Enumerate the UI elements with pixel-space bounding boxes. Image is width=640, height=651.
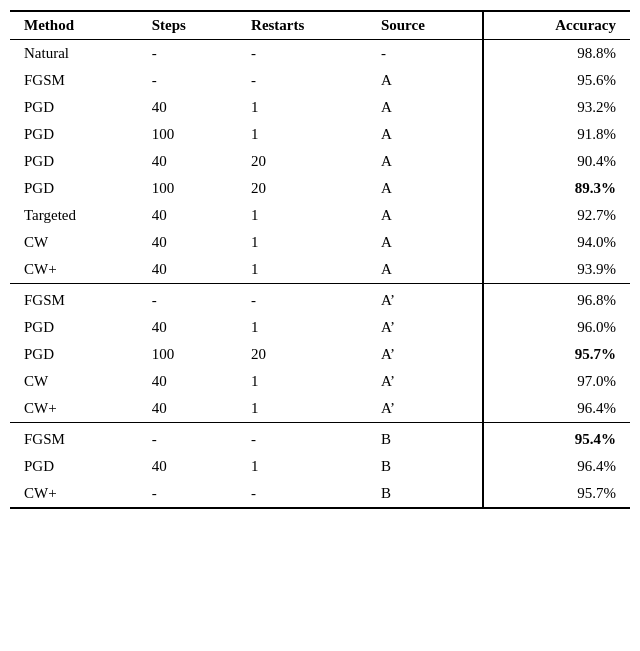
table-row: CW+401A93.9% [10,256,630,284]
table-cell: B [367,453,483,480]
table-cell: 95.7% [483,341,630,368]
table-cell: FGSM [10,284,138,315]
table-cell: - [237,480,367,508]
table-cell: 40 [138,314,237,341]
table-cell: - [367,40,483,68]
table-cell: 95.6% [483,67,630,94]
table-cell: A [367,121,483,148]
table-cell: Natural [10,40,138,68]
table-cell: PGD [10,453,138,480]
table-cell: 93.2% [483,94,630,121]
table-cell: 1 [237,256,367,284]
table-row: CW+401A’96.4% [10,395,630,423]
results-table: Method Steps Restarts Source Accuracy Na… [10,10,630,509]
table-row: PGD401A93.2% [10,94,630,121]
table-cell: FGSM [10,67,138,94]
method-header: Method [10,11,138,40]
table-cell: Targeted [10,202,138,229]
accuracy-header: Accuracy [483,11,630,40]
table-cell: 1 [237,395,367,423]
table-cell: A [367,175,483,202]
table-cell: 91.8% [483,121,630,148]
table-cell: CW [10,229,138,256]
table-cell: 1 [237,453,367,480]
table-row: Natural---98.8% [10,40,630,68]
table-cell: 100 [138,121,237,148]
table-cell: 40 [138,202,237,229]
table-row: FGSM--A’96.8% [10,284,630,315]
table-cell: - [138,67,237,94]
table-cell: A’ [367,395,483,423]
table-cell: 1 [237,202,367,229]
table-cell: 1 [237,94,367,121]
table-row: PGD401B96.4% [10,453,630,480]
table-row: FGSM--A95.6% [10,67,630,94]
table-cell: - [138,284,237,315]
table-cell: 1 [237,121,367,148]
table-cell: 98.8% [483,40,630,68]
table-cell: 1 [237,229,367,256]
table-cell: FGSM [10,423,138,454]
table-cell: - [138,480,237,508]
table-cell: - [138,423,237,454]
table-cell: 100 [138,175,237,202]
table-cell: A’ [367,284,483,315]
table-cell: A [367,67,483,94]
table-cell: 40 [138,94,237,121]
table-cell: 93.9% [483,256,630,284]
table-cell: - [138,40,237,68]
table-cell: 90.4% [483,148,630,175]
table-row: PGD401A’96.0% [10,314,630,341]
table-cell: 100 [138,341,237,368]
table-cell: A’ [367,314,483,341]
table-cell: 96.4% [483,453,630,480]
table-cell: CW+ [10,256,138,284]
table-cell: 20 [237,341,367,368]
table-cell: PGD [10,314,138,341]
table-cell: 40 [138,229,237,256]
table-cell: 40 [138,256,237,284]
table-cell: A [367,94,483,121]
table-cell: 40 [138,148,237,175]
table-row: PGD10020A89.3% [10,175,630,202]
table-cell: 20 [237,175,367,202]
table-cell: PGD [10,94,138,121]
table-row: PGD10020A’95.7% [10,341,630,368]
table-cell: 40 [138,368,237,395]
table-cell: - [237,40,367,68]
table-cell: A [367,148,483,175]
table-cell: - [237,67,367,94]
table-cell: 97.0% [483,368,630,395]
table-cell: 20 [237,148,367,175]
table-cell: 95.4% [483,423,630,454]
table-row: PGD4020A90.4% [10,148,630,175]
table-row: CW401A94.0% [10,229,630,256]
restarts-header: Restarts [237,11,367,40]
table-row: Targeted401A92.7% [10,202,630,229]
table-cell: 96.4% [483,395,630,423]
table-cell: 92.7% [483,202,630,229]
table-cell: PGD [10,341,138,368]
table-cell: 89.3% [483,175,630,202]
table-cell: A [367,229,483,256]
table-cell: - [237,284,367,315]
table-cell: CW [10,368,138,395]
table-cell: CW+ [10,480,138,508]
table-cell: 96.0% [483,314,630,341]
table-row: CW+--B95.7% [10,480,630,508]
table-row: CW401A’97.0% [10,368,630,395]
table-cell: A [367,202,483,229]
table-cell: 40 [138,453,237,480]
table-cell: 1 [237,368,367,395]
table-cell: PGD [10,175,138,202]
table-cell: A’ [367,368,483,395]
table-cell: 40 [138,395,237,423]
steps-header: Steps [138,11,237,40]
table-cell: B [367,423,483,454]
table-cell: 94.0% [483,229,630,256]
table-cell: PGD [10,148,138,175]
table-cell: 96.8% [483,284,630,315]
table-cell: - [237,423,367,454]
source-header: Source [367,11,483,40]
table-cell: 95.7% [483,480,630,508]
